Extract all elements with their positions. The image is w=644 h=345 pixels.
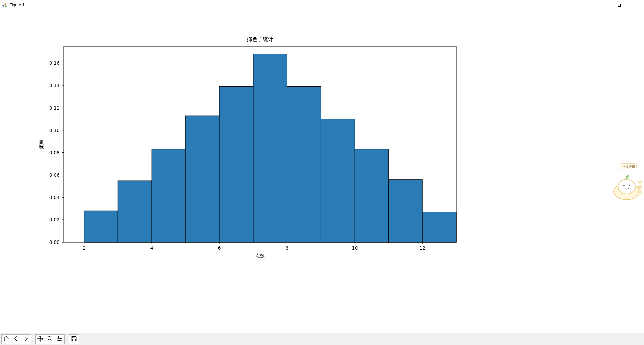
- toolbar-home-button[interactable]: [1, 334, 11, 344]
- chart-bar: [219, 86, 253, 242]
- svg-point-0: [2, 5, 4, 7]
- matplotlib-toolbar: [0, 333, 644, 345]
- x-tick-label: 8: [285, 245, 288, 251]
- x-axis-label: 点数: [255, 253, 265, 258]
- y-tick-label: 0.12: [49, 105, 60, 111]
- x-tick-label: 10: [352, 245, 358, 251]
- y-tick-label: 0.14: [49, 83, 60, 88]
- toolbar-pan-button[interactable]: [35, 334, 45, 344]
- svg-rect-38: [73, 339, 75, 341]
- toolbar-forward-button[interactable]: [21, 334, 31, 344]
- chart-bar: [287, 86, 321, 242]
- x-tick-label: 4: [150, 245, 153, 251]
- chart-bar: [253, 54, 287, 242]
- svg-point-36: [59, 340, 60, 341]
- chart-bar: [388, 180, 422, 242]
- x-tick-label: 6: [218, 245, 221, 251]
- svg-point-2: [5, 5, 7, 7]
- chart-svg: 246810120.000.020.040.060.080.100.120.14…: [0, 10, 644, 333]
- y-tick-label: 0.02: [49, 217, 60, 222]
- arrow-left-icon: [13, 335, 19, 343]
- svg-point-34: [58, 336, 59, 337]
- y-axis-label: 频率: [39, 140, 44, 149]
- toolbar-save-button[interactable]: [69, 334, 79, 344]
- x-tick-label: 2: [83, 245, 86, 251]
- window-minimize-button[interactable]: [596, 0, 611, 10]
- window-titlebar: Figure 1: [0, 0, 644, 10]
- svg-rect-37: [73, 336, 75, 338]
- svg-point-30: [48, 336, 51, 340]
- x-tick-label: 12: [419, 245, 425, 251]
- svg-point-35: [60, 338, 61, 339]
- toolbar-configure-button[interactable]: [55, 334, 65, 344]
- chart-bar: [321, 119, 355, 242]
- svg-point-1: [4, 3, 6, 5]
- figure-canvas[interactable]: 246810120.000.020.040.060.080.100.120.14…: [0, 10, 644, 333]
- toolbar-back-button[interactable]: [11, 334, 21, 344]
- chart-bar: [355, 149, 388, 242]
- y-tick-label: 0.04: [49, 195, 60, 200]
- arrow-right-icon: [22, 335, 29, 343]
- move-icon: [37, 335, 44, 343]
- chart-bar: [185, 116, 219, 242]
- window-maximize-button[interactable]: [611, 0, 627, 10]
- y-tick-label: 0.08: [49, 150, 60, 155]
- y-tick-label: 0.06: [49, 172, 60, 178]
- y-tick-label: 0.00: [49, 239, 60, 245]
- window-close-button[interactable]: [627, 0, 642, 10]
- chart-bar: [84, 211, 118, 242]
- y-tick-label: 0.10: [49, 128, 60, 133]
- chart-title: 掷色子统计: [247, 36, 273, 42]
- y-tick-label: 0.16: [49, 60, 60, 66]
- toolbar-zoom-button[interactable]: [45, 334, 55, 344]
- window-title: Figure 1: [9, 3, 25, 7]
- chart-bar: [118, 181, 152, 242]
- sliders-icon: [56, 335, 63, 343]
- app-icon: [2, 2, 7, 8]
- save-icon: [71, 335, 77, 343]
- zoom-icon: [47, 335, 53, 343]
- home-icon: [3, 335, 10, 343]
- chart-bar: [422, 212, 456, 242]
- chart-bar: [152, 149, 185, 242]
- svg-rect-4: [618, 4, 620, 6]
